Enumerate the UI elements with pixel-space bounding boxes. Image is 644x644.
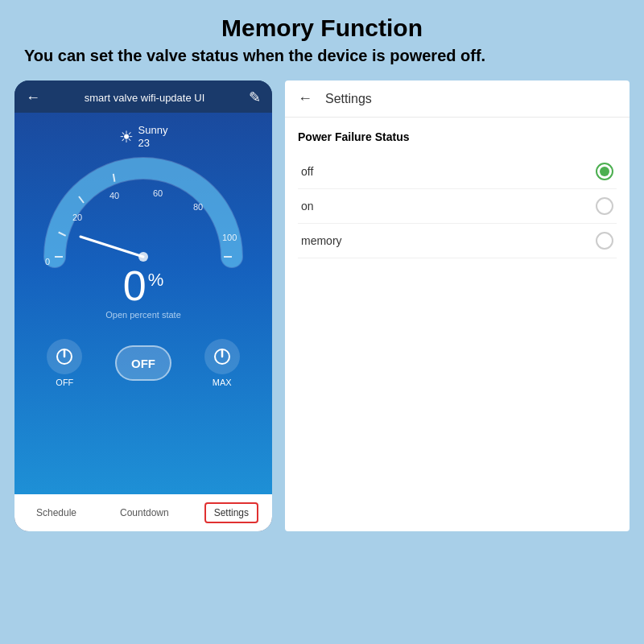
phone-nav: Schedule Countdown Settings bbox=[14, 494, 272, 531]
radio-label-memory: memory bbox=[301, 234, 342, 247]
panels-row: ← smart valve wifi-update UI ✎ ☀ Sunny 2… bbox=[0, 80, 644, 531]
radio-circle-on[interactable] bbox=[596, 197, 613, 215]
settings-title: Settings bbox=[325, 92, 372, 106]
phone-back-icon[interactable]: ← bbox=[26, 89, 40, 106]
settings-section-title: Power Failure Status bbox=[298, 130, 617, 143]
svg-line-6 bbox=[80, 237, 143, 257]
off-label: OFF bbox=[56, 378, 73, 387]
radio-circle-memory[interactable] bbox=[596, 232, 613, 250]
page-title: Memory Function bbox=[24, 14, 620, 42]
settings-topbar: ← Settings bbox=[285, 80, 630, 118]
weather-row: ☀ Sunny 23 bbox=[119, 124, 168, 149]
percent-sign: % bbox=[148, 271, 164, 289]
max-label: MAX bbox=[213, 378, 232, 387]
nav-item-countdown[interactable]: Countdown bbox=[112, 504, 177, 522]
weather-condition: Sunny bbox=[138, 124, 168, 137]
svg-text:0: 0 bbox=[45, 257, 50, 266]
gauge-container: 0 20 40 60 80 100 bbox=[39, 152, 248, 273]
phone-panel: ← smart valve wifi-update UI ✎ ☀ Sunny 2… bbox=[14, 80, 272, 531]
phone-topbar-title: smart valve wifi-update UI bbox=[85, 92, 205, 104]
off-knob-icon bbox=[55, 347, 74, 366]
radio-option-on: on bbox=[298, 189, 617, 224]
weather-icon: ☀ bbox=[119, 127, 134, 147]
open-state-label: Open percent state bbox=[105, 310, 181, 320]
weather-text: Sunny 23 bbox=[138, 124, 168, 149]
radio-option-off: off bbox=[298, 155, 617, 189]
svg-line-1 bbox=[57, 271, 65, 273]
off-control-group: OFF bbox=[47, 339, 82, 387]
gauge-svg: 0 20 40 60 80 100 bbox=[39, 152, 248, 273]
phone-body: ☀ Sunny 23 bbox=[14, 113, 272, 494]
nav-item-settings[interactable]: Settings bbox=[204, 502, 258, 523]
weather-temp: 23 bbox=[138, 137, 168, 150]
nav-item-schedule[interactable]: Schedule bbox=[28, 504, 85, 522]
main-off-group: OFF bbox=[115, 345, 171, 381]
max-knob-icon bbox=[213, 347, 232, 366]
percent-display: 0 % Open percent state bbox=[105, 265, 181, 320]
phone-edit-icon[interactable]: ✎ bbox=[249, 89, 261, 106]
svg-text:80: 80 bbox=[193, 202, 203, 212]
svg-text:60: 60 bbox=[153, 188, 163, 198]
settings-back-icon[interactable]: ← bbox=[298, 90, 312, 107]
radio-label-off: off bbox=[301, 165, 313, 178]
off-knob-button[interactable] bbox=[47, 339, 82, 374]
phone-topbar: ← smart valve wifi-update UI ✎ bbox=[14, 80, 272, 113]
header-section: Memory Function You can set the valve st… bbox=[0, 0, 644, 74]
svg-point-7 bbox=[138, 252, 148, 262]
radio-circle-off[interactable] bbox=[596, 163, 613, 180]
radio-option-memory: memory bbox=[298, 224, 617, 258]
settings-body: Power Failure Status off on memory bbox=[285, 118, 630, 271]
page-subtitle: You can set the valve status when the de… bbox=[24, 45, 620, 66]
main-off-button[interactable]: OFF bbox=[115, 345, 171, 381]
svg-text:40: 40 bbox=[109, 191, 119, 200]
radio-label-on: on bbox=[301, 200, 314, 213]
controls-row: OFF OFF MAX bbox=[14, 328, 272, 395]
max-control-group: MAX bbox=[204, 339, 240, 387]
svg-text:100: 100 bbox=[222, 233, 237, 242]
svg-text:20: 20 bbox=[72, 213, 82, 222]
max-knob-button[interactable] bbox=[204, 339, 240, 374]
settings-panel: ← Settings Power Failure Status off on m… bbox=[285, 80, 630, 531]
